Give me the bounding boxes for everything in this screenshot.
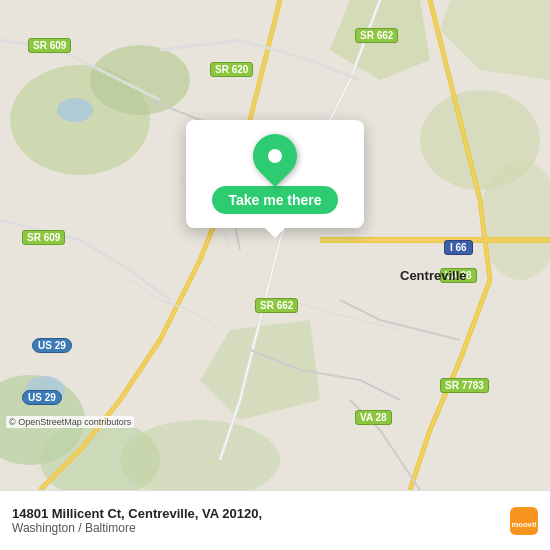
place-label-centreville: Centreville xyxy=(400,268,466,283)
svg-point-11 xyxy=(57,98,93,122)
location-dot xyxy=(268,149,282,163)
svg-text:moovit: moovit xyxy=(511,519,537,528)
road-label-sr7783: SR 7783 xyxy=(440,378,489,393)
road-label-us29-bot: US 29 xyxy=(22,390,62,405)
location-pin-inner xyxy=(253,134,297,178)
map-container: SR 609 SR 620 SR 662 SR 609 SR 662 VA 28… xyxy=(0,0,550,490)
road-label-sr662-mid: SR 662 xyxy=(255,298,298,313)
location-pin xyxy=(244,125,306,187)
address-group: 14801 Millicent Ct, Centreville, VA 2012… xyxy=(12,506,500,535)
road-label-i66: I 66 xyxy=(444,240,473,255)
road-label-sr662-top: SR 662 xyxy=(355,28,398,43)
road-label-sr609-mid: SR 609 xyxy=(22,230,65,245)
take-me-there-button[interactable]: Take me there xyxy=(212,186,337,214)
moovit-icon: moovit xyxy=(510,507,538,535)
osm-credit: © OpenStreetMap contributors xyxy=(6,416,134,428)
address-line: 14801 Millicent Ct, Centreville, VA 2012… xyxy=(12,506,500,521)
bottom-bar: 14801 Millicent Ct, Centreville, VA 2012… xyxy=(0,490,550,550)
road-label-sr620: SR 620 xyxy=(210,62,253,77)
popup-card: Take me there xyxy=(186,120,364,228)
moovit-logo: moovit xyxy=(510,507,538,535)
city-line: Washington / Baltimore xyxy=(12,521,500,535)
road-label-va28-bot: VA 28 xyxy=(355,410,392,425)
svg-point-2 xyxy=(90,45,190,115)
road-label-sr609-top: SR 609 xyxy=(28,38,71,53)
road-label-us29-top: US 29 xyxy=(32,338,72,353)
